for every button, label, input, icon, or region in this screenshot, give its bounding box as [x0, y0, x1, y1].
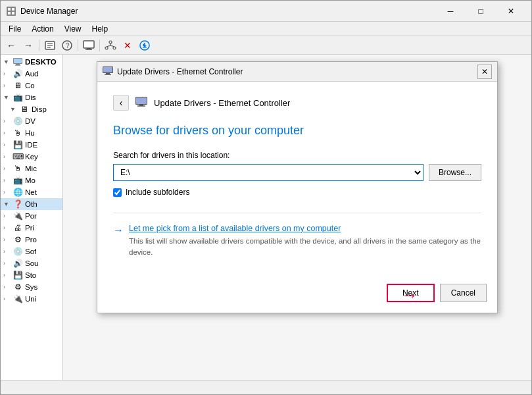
item-label: Aud	[25, 70, 38, 78]
dialog-footer: → Next Cancel	[97, 277, 497, 313]
include-subfolders-checkbox[interactable]	[113, 188, 122, 197]
pick-link[interactable]: → Let me pick from a list of available d…	[113, 224, 481, 259]
tree-item-pri[interactable]: › 🖨 Pri	[1, 222, 62, 234]
menu-action[interactable]: Action	[26, 23, 59, 35]
category-icon: 💿	[12, 246, 23, 257]
dialog-subtitle: Update Drivers - Ethernet Controller	[154, 98, 290, 108]
menu-view[interactable]: View	[59, 23, 87, 35]
toolbar-network[interactable]	[103, 38, 118, 53]
tree-item-sys[interactable]: › ⚙ Sys	[1, 281, 62, 293]
dialog-back-button[interactable]: ‹	[113, 95, 129, 111]
tree-item-sou[interactable]: › 🔊 Sou	[1, 257, 62, 269]
category-icon: 🌐	[12, 187, 23, 198]
toolbar-delete[interactable]: ✕	[120, 38, 135, 53]
category-icon: 🔌	[12, 211, 23, 221]
item-expand: ›	[3, 153, 12, 160]
item-expand: ›	[3, 177, 12, 184]
category-icon: ⚙	[12, 282, 23, 292]
item-expand: ›	[3, 272, 12, 278]
search-label: Search for drivers in this location:	[113, 151, 481, 160]
svg-point-15	[105, 47, 108, 49]
item-expand: ›	[3, 142, 12, 148]
tree-item-key[interactable]: › ⌨ Key	[1, 151, 62, 163]
item-label: Key	[25, 153, 38, 161]
item-label: Dis	[25, 93, 36, 101]
menu-help[interactable]: Help	[87, 23, 114, 35]
toolbar-monitor[interactable]	[81, 38, 97, 53]
toolbar-properties[interactable]	[42, 38, 58, 53]
dialog-title-bar: Update Drivers - Ethernet Controller ✕	[97, 62, 497, 82]
item-label: Sou	[25, 259, 38, 267]
maximize-button[interactable]: □	[466, 1, 496, 22]
tree-item-aud[interactable]: › 🔊 Aud	[1, 68, 62, 80]
tree-item-mo[interactable]: › 📺 Mo	[1, 174, 62, 186]
tree-item-dv[interactable]: › 💿 DV	[1, 115, 62, 127]
tree-item-pro[interactable]: › ⚙ Pro	[1, 234, 62, 246]
window-controls: ─ □ ✕	[435, 1, 526, 22]
close-button[interactable]: ✕	[496, 1, 526, 22]
dialog-device-icon	[103, 65, 113, 78]
item-label: Sto	[25, 271, 36, 279]
tree-item-dis[interactable]: ▼ 📺 Dis	[1, 92, 62, 103]
device-tree: ▼ DESKTO › 🔊 Aud › 🖥	[1, 55, 63, 380]
tree-item-sof[interactable]: › 💿 Sof	[1, 246, 62, 257]
category-icon: 💾	[12, 270, 23, 280]
browse-button[interactable]: Browse...	[429, 164, 481, 181]
toolbar-download[interactable]	[137, 38, 153, 53]
item-label: Por	[25, 212, 37, 220]
item-expand: ›	[3, 130, 12, 136]
tree-item-disp[interactable]: ▼ 🖥 Disp	[1, 103, 62, 115]
content-area: ▼ DESKTO › 🔊 Aud › 🖥	[1, 55, 531, 380]
toolbar-help[interactable]: ?	[59, 38, 75, 53]
tree-item-co[interactable]: › 🖥 Co	[1, 80, 62, 92]
back-button[interactable]: ←	[3, 38, 19, 53]
tree-item-sto[interactable]: › 💾 Sto	[1, 269, 62, 281]
item-expand: ›	[3, 70, 12, 77]
category-icon: 🖥	[19, 104, 30, 115]
minimize-button[interactable]: ─	[435, 1, 466, 22]
tree-item-por[interactable]: › 🔌 Por	[1, 210, 62, 222]
item-label: Pro	[25, 236, 37, 244]
toolbar: ← → ?	[1, 36, 531, 55]
category-icon: 💾	[12, 140, 23, 150]
item-expand: ›	[3, 236, 12, 243]
tree-item-oth[interactable]: ▼ ❓ Oth	[1, 198, 62, 210]
item-label: Sys	[25, 283, 37, 291]
tree-item-ide[interactable]: › 💾 IDE	[1, 139, 62, 151]
category-icon: ⚙	[12, 234, 23, 245]
tree-item-mic[interactable]: › 🖱 Mic	[1, 163, 62, 174]
item-expand: ›	[3, 82, 12, 89]
dialog-header-device-icon	[135, 95, 147, 111]
status-bar	[1, 380, 531, 394]
window-icon	[6, 6, 16, 16]
tree-item-uni[interactable]: › 🔌 Uni	[1, 293, 62, 305]
item-expand: ›	[3, 165, 12, 172]
main-window: Device Manager ─ □ ✕ File Action View He…	[0, 0, 532, 395]
root-expand-icon: ▼	[3, 59, 12, 65]
item-label: Disp	[32, 105, 47, 113]
tree-item-hu[interactable]: › 🖱 Hu	[1, 127, 62, 139]
toolbar-separator-2	[78, 40, 78, 51]
item-expand: ▼	[10, 106, 19, 113]
category-icon: ⌨	[12, 151, 23, 162]
item-expand: ▼	[3, 201, 12, 207]
category-icon: 🖥	[12, 80, 23, 91]
category-icon: 🔌	[12, 294, 23, 304]
cancel-button[interactable]: Cancel	[440, 284, 487, 302]
category-icon: 📺	[12, 175, 23, 186]
path-select[interactable]: E:\	[113, 164, 423, 181]
dialog-body: ‹ Update Drivers - Ethernet Controller	[97, 82, 497, 277]
tree-item-net[interactable]: › 🌐 Net	[1, 186, 62, 198]
category-icon: 🔊	[12, 258, 23, 269]
menu-file[interactable]: File	[3, 23, 26, 35]
category-icon: ❓	[12, 199, 23, 209]
checkbox-row: Include subfolders	[113, 188, 481, 197]
category-icon: 🖱	[12, 163, 23, 174]
pick-link-title[interactable]: Let me pick from a list of available dri…	[129, 224, 481, 233]
tree-root[interactable]: ▼ DESKTO	[1, 56, 62, 68]
dialog-close-button[interactable]: ✕	[477, 65, 492, 79]
item-expand: ›	[3, 296, 12, 302]
forward-button[interactable]: →	[20, 38, 36, 53]
svg-rect-4	[12, 12, 14, 14]
svg-rect-11	[84, 41, 94, 48]
